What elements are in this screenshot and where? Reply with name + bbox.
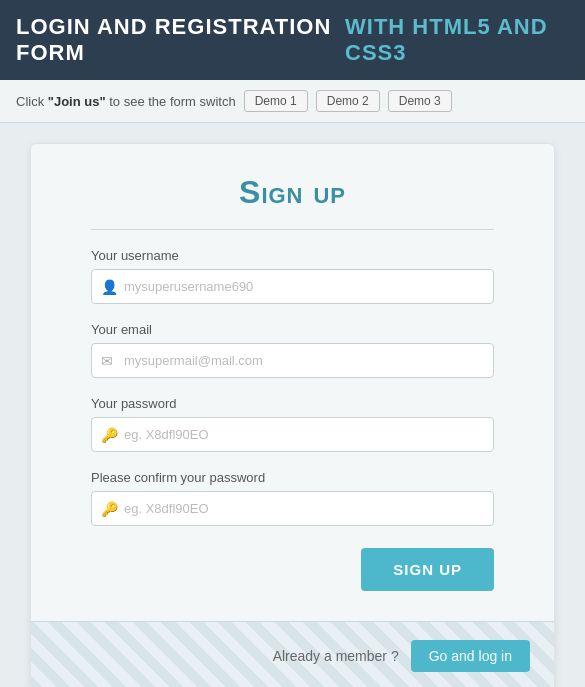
header-title-main: Login and Registration Form bbox=[16, 14, 339, 66]
demo-3-button[interactable]: Demo 3 bbox=[388, 90, 452, 112]
form-footer: Already a member ? Go and log in bbox=[31, 621, 554, 687]
page-header: Login and Registration Form with HTML5 a… bbox=[0, 0, 585, 80]
confirm-password-group: Please confirm your password 🔑 bbox=[91, 470, 494, 526]
navbar-instruction-link: "Join us" bbox=[48, 94, 106, 109]
confirm-password-input-wrapper: 🔑 bbox=[91, 491, 494, 526]
demo-1-button[interactable]: Demo 1 bbox=[244, 90, 308, 112]
signup-button[interactable]: SIGN UP bbox=[361, 548, 494, 591]
password-group: Your password 🔑 bbox=[91, 396, 494, 452]
confirm-password-input[interactable] bbox=[91, 491, 494, 526]
username-group: Your username 👤 bbox=[91, 248, 494, 304]
password-label: Your password bbox=[91, 396, 494, 411]
confirm-password-label: Please confirm your password bbox=[91, 470, 494, 485]
email-input-wrapper: ✉ bbox=[91, 343, 494, 378]
navbar-instruction-pre: Click bbox=[16, 94, 48, 109]
email-group: Your email ✉ bbox=[91, 322, 494, 378]
navbar-instruction: Click "Join us" to see the form switch bbox=[16, 94, 236, 109]
navbar: Click "Join us" to see the form switch D… bbox=[0, 80, 585, 123]
username-input-wrapper: 👤 bbox=[91, 269, 494, 304]
header-title-accent: with HTML5 and CSS3 bbox=[345, 14, 569, 66]
main-content: Sign up Your username 👤 Your email ✉ Y bbox=[0, 123, 585, 687]
password-input[interactable] bbox=[91, 417, 494, 452]
submit-row: SIGN UP bbox=[91, 548, 494, 591]
username-label: Your username bbox=[91, 248, 494, 263]
form-card: Sign up Your username 👤 Your email ✉ Y bbox=[30, 143, 555, 687]
email-label: Your email bbox=[91, 322, 494, 337]
username-input[interactable] bbox=[91, 269, 494, 304]
email-input[interactable] bbox=[91, 343, 494, 378]
demo-2-button[interactable]: Demo 2 bbox=[316, 90, 380, 112]
go-login-button[interactable]: Go and log in bbox=[411, 640, 530, 672]
footer-already-member-text: Already a member ? bbox=[273, 648, 399, 664]
form-body: Sign up Your username 👤 Your email ✉ Y bbox=[31, 144, 554, 621]
password-input-wrapper: 🔑 bbox=[91, 417, 494, 452]
navbar-instruction-post: to see the form switch bbox=[106, 94, 236, 109]
form-title: Sign up bbox=[91, 174, 494, 230]
